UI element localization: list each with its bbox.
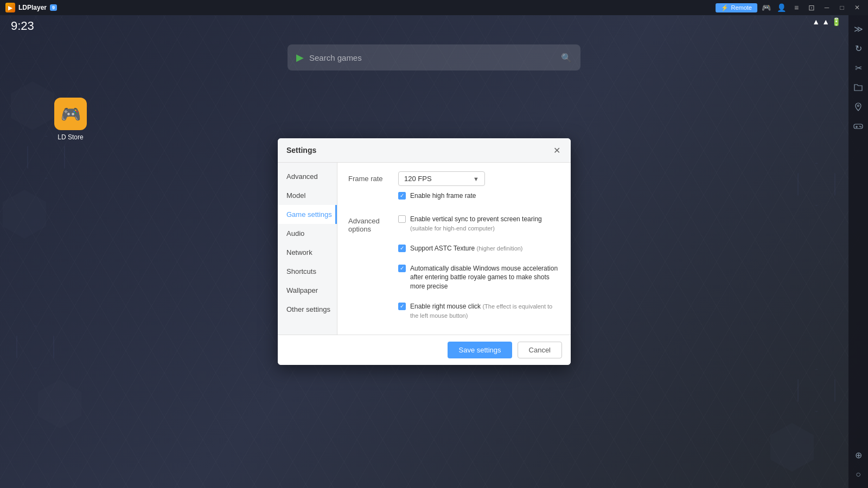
svg-point-3 bbox=[859, 126, 860, 127]
nav-shortcuts[interactable]: Shortcuts bbox=[278, 262, 337, 281]
advanced-options-label: Advanced options bbox=[348, 215, 392, 233]
astc-check-icon: ✓ bbox=[400, 246, 404, 251]
nav-audio[interactable]: Audio bbox=[278, 224, 337, 243]
nav-game-settings[interactable]: Game settings bbox=[278, 205, 337, 224]
nav-wallpaper[interactable]: Wallpaper bbox=[278, 281, 337, 300]
sidebar-scissor-icon[interactable]: ✂ bbox=[850, 59, 867, 76]
dialog-overlay: Settings ✕ Advanced Model Game settings … bbox=[0, 15, 848, 488]
titlebar: ▶ LDPlayer 9 ⚡ Remote 🎮 👤 ≡ ⊡ ─ □ ✕ bbox=[0, 0, 868, 15]
maximize-button[interactable]: □ bbox=[835, 1, 848, 14]
advanced-options-section: Advanced options Enable vertical sync to… bbox=[348, 215, 560, 325]
settings-dialog: Settings ✕ Advanced Model Game settings … bbox=[278, 138, 571, 364]
dialog-footer: Save settings Cancel bbox=[278, 335, 571, 365]
svg-point-4 bbox=[860, 126, 861, 127]
nav-model[interactable]: Model bbox=[278, 186, 337, 205]
fps-value: 120 FPS bbox=[404, 175, 432, 183]
titlebar-restore-icon[interactable]: ⊡ bbox=[805, 1, 818, 14]
remote-button[interactable]: ⚡ Remote bbox=[716, 3, 757, 12]
cancel-button[interactable]: Cancel bbox=[518, 342, 562, 358]
fps-select[interactable]: 120 FPS ▼ bbox=[398, 171, 485, 186]
titlebar-controls: ⚡ Remote 🎮 👤 ≡ ⊡ ─ □ ✕ bbox=[716, 1, 868, 14]
mouse-accel-check-icon: ✓ bbox=[400, 266, 404, 271]
sidebar-circle-icon[interactable]: ○ bbox=[850, 466, 867, 483]
right-sidebar: ≫ ↻ ✂ ⊕ ○ bbox=[848, 15, 868, 488]
svg-rect-0 bbox=[854, 124, 863, 129]
dialog-title-bar: Settings ✕ bbox=[278, 138, 571, 163]
sidebar-location-icon[interactable] bbox=[850, 98, 867, 115]
vsync-row: Enable vertical sync to prevent screen t… bbox=[398, 215, 560, 233]
dialog-close-button[interactable]: ✕ bbox=[551, 145, 562, 156]
astc-sub: (higher definition) bbox=[477, 245, 523, 252]
high-frame-rate-checkbox[interactable]: ✓ bbox=[398, 192, 406, 200]
sidebar-expand-icon[interactable]: ≫ bbox=[850, 20, 867, 37]
astc-label: Support ASTC Texture (higher definition) bbox=[410, 244, 523, 253]
logo-text: LDPlayer bbox=[18, 4, 47, 11]
save-settings-button[interactable]: Save settings bbox=[448, 342, 512, 358]
vsync-sub: (suitable for high-end computer) bbox=[410, 225, 495, 232]
astc-row: ✓ Support ASTC Texture (higher definitio… bbox=[398, 244, 560, 253]
app-logo: ▶ LDPlayer 9 bbox=[0, 3, 62, 12]
checkbox-check-icon: ✓ bbox=[400, 193, 404, 198]
right-click-row: ✓ Enable right mouse click (The effect i… bbox=[398, 302, 560, 320]
frame-rate-label: Frame rate bbox=[348, 171, 392, 183]
right-click-checkbox[interactable]: ✓ bbox=[398, 303, 406, 310]
mouse-accel-checkbox[interactable]: ✓ bbox=[398, 265, 406, 272]
titlebar-menu-icon[interactable]: ≡ bbox=[790, 1, 803, 14]
remote-icon: ⚡ bbox=[721, 4, 729, 11]
titlebar-person-icon[interactable]: 👤 bbox=[775, 1, 788, 14]
right-click-label: Enable right mouse click (The effect is … bbox=[410, 302, 560, 320]
high-frame-rate-label: Enable high frame rate bbox=[410, 191, 476, 201]
sidebar-plus-icon[interactable]: ⊕ bbox=[850, 446, 867, 464]
vsync-checkbox[interactable] bbox=[398, 215, 406, 223]
frame-rate-row: Frame rate 120 FPS ▼ ✓ Enable high frame… bbox=[348, 171, 560, 206]
titlebar-gamepad-icon[interactable]: 🎮 bbox=[760, 1, 773, 14]
dialog-title: Settings bbox=[286, 146, 316, 155]
frame-rate-control: 120 FPS ▼ ✓ Enable high frame rate bbox=[398, 171, 560, 206]
sidebar-refresh-icon[interactable]: ↻ bbox=[850, 40, 867, 57]
minimize-button[interactable]: ─ bbox=[820, 1, 833, 14]
settings-content: Frame rate 120 FPS ▼ ✓ Enable high frame… bbox=[337, 163, 571, 334]
nav-advanced[interactable]: Advanced bbox=[278, 167, 337, 186]
astc-checkbox[interactable]: ✓ bbox=[398, 245, 406, 252]
vsync-label: Enable vertical sync to prevent screen t… bbox=[410, 215, 560, 233]
logo-icon: ▶ bbox=[5, 3, 15, 12]
dialog-body: Advanced Model Game settings Audio Netwo… bbox=[278, 163, 571, 334]
remote-label: Remote bbox=[731, 4, 752, 11]
settings-nav: Advanced Model Game settings Audio Netwo… bbox=[278, 163, 337, 334]
fps-chevron-icon: ▼ bbox=[473, 176, 479, 182]
sidebar-folder-icon[interactable] bbox=[850, 79, 867, 96]
logo-version: 9 bbox=[50, 4, 57, 11]
nav-network[interactable]: Network bbox=[278, 243, 337, 262]
high-frame-rate-row: ✓ Enable high frame rate bbox=[398, 191, 560, 201]
nav-other-settings[interactable]: Other settings bbox=[278, 300, 337, 319]
right-click-check-icon: ✓ bbox=[400, 304, 404, 309]
close-button[interactable]: ✕ bbox=[851, 1, 864, 14]
mouse-accel-label: Automatically disable Windows mouse acce… bbox=[410, 264, 560, 291]
advanced-options-controls: Enable vertical sync to prevent screen t… bbox=[398, 215, 560, 325]
mouse-accel-row: ✓ Automatically disable Windows mouse ac… bbox=[398, 264, 560, 291]
sidebar-gamepad-icon[interactable] bbox=[850, 118, 867, 135]
